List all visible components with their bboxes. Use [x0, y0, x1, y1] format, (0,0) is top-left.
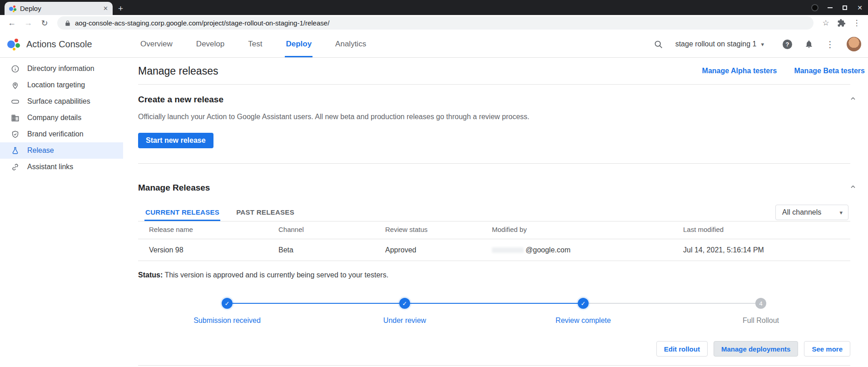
section-title: Manage Releases: [138, 183, 210, 193]
step-circle-full-rollout: 4: [755, 298, 766, 309]
table-header-row: Release name Channel Review status Modif…: [138, 221, 850, 239]
section-description: Officially launch your Action to Google …: [138, 112, 850, 121]
link-icon: [11, 163, 20, 171]
project-name: stage rollout on staging 1: [675, 40, 757, 48]
column-header: Channel: [278, 226, 385, 239]
cell-last-modified: Jul 14, 2021, 5:16:14 PM: [683, 246, 850, 254]
column-header: Review status: [385, 226, 492, 239]
info-icon: [11, 65, 20, 73]
sidebar-item-location-targeting[interactable]: Location targeting: [0, 77, 123, 93]
sidebar-item-company-details[interactable]: Company details: [0, 110, 123, 126]
status-label: Status:: [138, 271, 163, 279]
column-header: Release name: [149, 226, 278, 239]
overflow-menu-icon[interactable]: ⋮: [826, 39, 834, 50]
sidebar: Directory information Location targeting…: [0, 58, 123, 367]
location-pin-icon: [11, 81, 20, 90]
cell-review-status: Approved: [385, 246, 492, 254]
table-row: Version 98 Beta Approved @google.com Jul…: [138, 239, 850, 261]
reload-button[interactable]: ↻: [38, 18, 51, 28]
tab-past-releases[interactable]: PAST RELEASES: [235, 205, 295, 221]
minimize-button[interactable]: [826, 4, 833, 11]
sidebar-item-label: Brand verification: [27, 130, 84, 138]
extensions-icon[interactable]: [835, 19, 847, 27]
create-release-section: Create a new release Officially launch y…: [138, 85, 850, 163]
tab-current-releases[interactable]: CURRENT RELEASES: [144, 205, 220, 221]
notifications-bell-icon[interactable]: [804, 40, 813, 49]
release-progress-stepper: ✓ ✓ ✓ 4 Submission received Under review…: [138, 289, 850, 325]
releases-tabs: CURRENT RELEASES PAST RELEASES All chann…: [138, 205, 850, 221]
sidebar-item-surface-capabilities[interactable]: Surface capabilities: [0, 93, 123, 110]
sidebar-item-release[interactable]: Release: [0, 142, 123, 159]
status-value: This version is approved and is currentl…: [164, 271, 388, 279]
tab-favicon-icon: [9, 5, 16, 12]
help-icon[interactable]: ?: [783, 40, 792, 49]
nav-deploy[interactable]: Deploy: [285, 31, 312, 57]
shield-check-icon: [11, 130, 20, 139]
nav-develop[interactable]: Develop: [195, 31, 225, 57]
top-nav: Overview Develop Test Deploy Analytics: [139, 31, 367, 57]
sidebar-item-label: Surface capabilities: [27, 97, 90, 106]
sidebar-item-label: Release: [27, 146, 54, 155]
manage-alpha-testers-link[interactable]: Manage Alpha testers: [702, 67, 777, 75]
browser-tab[interactable]: Deploy ✕: [5, 2, 113, 15]
page-title: Manage releases: [138, 65, 218, 77]
tab-title: Deploy: [20, 5, 99, 12]
tab-close-icon[interactable]: ✕: [103, 5, 108, 12]
release-status-text: Status: This version is approved and is …: [138, 271, 850, 279]
start-new-release-button[interactable]: Start new release: [138, 133, 213, 148]
browser-tab-strip: Deploy ✕ + ✕: [0, 0, 868, 15]
sidebar-item-label: Assistant links: [27, 163, 73, 171]
cell-release-name: Version 98: [149, 246, 278, 254]
lock-icon: [64, 20, 71, 26]
stepper-line: [589, 303, 755, 304]
manage-deployments-button[interactable]: Manage deployments: [714, 341, 799, 357]
new-tab-button[interactable]: +: [118, 4, 123, 13]
sidebar-item-directory-information[interactable]: Directory information: [0, 60, 123, 77]
channel-filter-value: All channels: [782, 208, 839, 216]
redacted-username: [492, 247, 524, 253]
edit-rollout-button[interactable]: Edit rollout: [656, 341, 708, 357]
search-icon[interactable]: [654, 40, 663, 49]
sidebar-item-label: Location targeting: [27, 81, 85, 89]
browser-toolbar: ← → ↻ aog-console-acs-staging.corp.googl…: [0, 15, 868, 31]
step-circle-review-complete: ✓: [578, 298, 589, 309]
release-actions: Edit rollout Manage deployments See more: [138, 341, 850, 357]
app-header: Actions Console Overview Develop Test De…: [0, 31, 868, 58]
collapse-chevron-up-icon[interactable]: [849, 183, 857, 191]
nav-test[interactable]: Test: [247, 31, 263, 57]
divider: [138, 365, 850, 366]
column-header: Last modified: [683, 226, 850, 239]
see-more-button[interactable]: See more: [804, 341, 850, 357]
cell-modified-by: @google.com: [492, 246, 683, 254]
brand: Actions Console: [7, 37, 92, 51]
bookmark-star-icon[interactable]: ☆: [820, 18, 832, 28]
sidebar-item-label: Company details: [27, 114, 81, 122]
maximize-button[interactable]: [841, 4, 848, 11]
caret-down-icon: ▾: [839, 209, 843, 216]
project-selector[interactable]: stage rollout on staging 1 ▾: [675, 40, 764, 48]
sidebar-item-assistant-links[interactable]: Assistant links: [0, 159, 123, 175]
stepper-line: [410, 303, 578, 304]
collapse-chevron-up-icon[interactable]: [849, 95, 857, 102]
nav-overview[interactable]: Overview: [139, 31, 174, 57]
step-label: Submission received: [168, 317, 286, 325]
manage-beta-testers-link[interactable]: Manage Beta testers: [794, 67, 865, 75]
browser-menu-icon[interactable]: ⋮: [851, 18, 863, 28]
forward-button[interactable]: →: [22, 18, 35, 28]
stepper-line: [233, 303, 399, 304]
url-bar[interactable]: aog-console-acs-staging.corp.google.com/…: [57, 16, 813, 30]
flask-icon: [11, 146, 20, 155]
window-close-button[interactable]: ✕: [856, 4, 863, 11]
sidebar-item-brand-verification[interactable]: Brand verification: [0, 126, 123, 142]
screen-capture-indicator: [811, 4, 818, 11]
channel-filter-select[interactable]: All channels ▾: [775, 205, 848, 220]
url-text: aog-console-acs-staging.corp.google.com/…: [75, 19, 329, 27]
window-controls: ✕: [811, 0, 863, 15]
back-button[interactable]: ←: [5, 18, 18, 28]
section-title: Create a new release: [138, 95, 223, 105]
column-header: Modified by: [492, 226, 683, 239]
sidebar-item-label: Directory information: [27, 65, 94, 73]
avatar[interactable]: [847, 37, 861, 51]
nav-analytics[interactable]: Analytics: [334, 31, 367, 57]
cell-channel: Beta: [278, 246, 385, 254]
